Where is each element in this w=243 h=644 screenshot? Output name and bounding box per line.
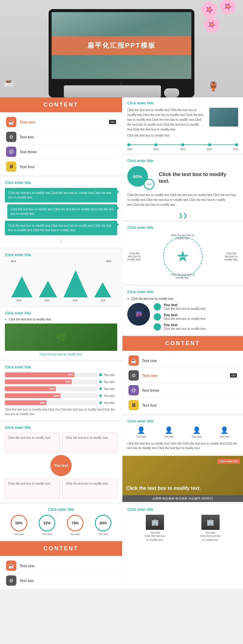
small-circle: text: [144, 179, 155, 190]
right-menu-item-2[interactable]: ⚙ Text two ON: [127, 368, 238, 383]
photo-section-title: Click enter title: [5, 311, 117, 315]
right-content-banner: CONTENT: [122, 336, 243, 351]
figure-item-1: 👤 You text: [136, 426, 146, 438]
circle-label-3: You text: [67, 533, 84, 536]
chat-bubble-2: Click the text box to modify text.Click …: [7, 204, 117, 219]
content-banner-bottom-text: CONTENT: [44, 545, 79, 551]
quad-cell-3: Click the text box to modify text.: [5, 479, 60, 498]
bottom-menu-item-2[interactable]: ⚙ Text two: [5, 573, 117, 588]
menu-item-1[interactable]: ☕ Text one ON: [5, 115, 117, 130]
quad-center: You text: [5, 455, 117, 476]
pct-circles: 60% text: [127, 166, 155, 190]
menu-item-3[interactable]: @ Text three: [5, 144, 117, 159]
hero-section: 🌸🌸🌸 ☕ 🏺 扁平化汇报PPT模板 : [0, 0, 243, 97]
bottom-menu-item-1[interactable]: ☕ Text one: [5, 558, 117, 573]
orange-photo-text: Click the text box to modify text.: [126, 485, 201, 492]
circle-label-4: You text: [95, 533, 111, 536]
right-img-1: [209, 108, 238, 127]
bars-caption: Click the text box to modify text.Click …: [5, 407, 117, 416]
quad-title: Click enter title: [5, 425, 117, 430]
chat-bubble-3: Click the text box to modify text.Click …: [5, 221, 117, 235]
connected-body-1: Click the text box to modify text.: [163, 307, 206, 310]
screen-title: 扁平化汇报PPT模板: [87, 42, 156, 49]
section-photo-left: Click enter title ● Click the text box t…: [0, 307, 122, 360]
connected-title-3: You text: [163, 323, 206, 327]
right-title-1: Click enter title: [127, 101, 238, 105]
right-section-4: Click enter title ● Click the text box t…: [122, 286, 243, 334]
menu-item-2[interactable]: ⚙ Text two: [5, 130, 117, 144]
bar-row-1: 75% You text: [5, 372, 117, 377]
star-label-left: Click thetext box tomodify text.: [127, 252, 141, 261]
menu-label-2: Text two: [19, 135, 116, 139]
building-item-1: 🏢 You text Click the text boxto modify t…: [145, 515, 166, 542]
figure-icons-row: 👤 You text 👤 You text 👤 You text 👤 You t…: [127, 426, 238, 438]
bar-row-5: 45% You text: [5, 400, 117, 405]
on-badge-1: ON: [109, 120, 116, 124]
left-column: CONTENT ☕ Text one ON ⚙ Text two @ Text …: [0, 97, 122, 589]
bottom-icon-1: ☕: [6, 561, 16, 571]
quad-grid: Click the text box to modify text. Click…: [5, 433, 117, 498]
figure-item-2: 👤 You text: [164, 426, 174, 438]
bottom-label-2: Text two: [19, 578, 34, 583]
right-content-text: CONTENT: [165, 340, 200, 346]
right-menu-item-3[interactable]: @ Text three: [127, 383, 238, 398]
bar-row-4: 60% You text: [5, 393, 117, 398]
vase-decoration: 🏺: [208, 81, 219, 91]
buildings-row: 🏢 You text Click the text boxto modify t…: [127, 515, 238, 542]
connected-item-1: You text Click the text box to modify te…: [154, 303, 238, 310]
chevron-down: ❯❯: [122, 211, 243, 220]
section-triangle: Click enter title text text text text te…: [0, 249, 122, 306]
menu-item-4[interactable]: 🖥 Text four: [5, 159, 117, 174]
right-body-2: Click the text box to modify text.Click …: [127, 193, 238, 207]
section-circles: Click enter title 50% You text 32% You t…: [0, 504, 122, 539]
menu-icon-4: 🖥: [6, 161, 16, 172]
right-section-6: Click enter title 👤 You text 👤 You text …: [122, 415, 243, 454]
circle-label-1: You text: [11, 533, 27, 536]
circle-4: 90%: [95, 515, 111, 531]
connected-body-2: Click the text box to modify text.: [163, 317, 206, 320]
modify-text: Click the text box to modify text.: [159, 171, 238, 185]
screen-title-bar: 扁平化汇报PPT模板: [52, 36, 191, 55]
quad-cell-2: Click the text box to modify text.: [62, 433, 117, 452]
right-section-3: Click enter title ★ Click the text box t…: [122, 222, 243, 284]
connected-title-1: You text: [163, 303, 206, 307]
circle-2: 32%: [39, 515, 55, 531]
bubble-arrow-3: [117, 223, 119, 226]
watermark: 众图网·精品素材·每日更新 作品编号:1654821: [122, 495, 243, 502]
bottom-label-1: Text one: [19, 564, 34, 568]
circle-stat-3: 78% You text: [67, 515, 84, 536]
right-menu-item-1[interactable]: ☕ Text one: [127, 353, 238, 368]
menu-label-1: Text one: [19, 120, 106, 124]
star-diagram: ★ Click the text box tomodify text. Clic…: [127, 232, 238, 281]
right-title-6: Click enter title: [127, 419, 238, 423]
right-menu-item-4[interactable]: 🖥 Text four: [127, 398, 238, 412]
star-label-top: Click the text box tomodify text.: [171, 234, 195, 240]
triangle-title: Click enter title: [5, 253, 117, 257]
circle-stat-1: 50% You text: [11, 515, 27, 536]
bubble-arrow-2: [117, 207, 119, 210]
circle-1: 50%: [11, 515, 27, 531]
keyboard: [64, 85, 161, 97]
bottom-icon-2: ⚙: [6, 575, 16, 586]
right-title-4: Click enter title: [127, 290, 238, 294]
star-label-right: Click thetext box tomodify text.: [224, 252, 238, 261]
circles-title: Click enter title: [5, 507, 117, 512]
triangle-chart: [5, 264, 117, 297]
you-text-circle: You text: [50, 455, 72, 476]
bottom-menu-left: ☕ Text one ⚙ Text two: [0, 556, 122, 589]
star-label-bottom: Click the text box tomodify text.: [171, 273, 195, 279]
menu-list-left: ☕ Text one ON ⚙ Text two @ Text three 🖥 …: [0, 112, 122, 175]
triangle-4: [94, 282, 111, 297]
keyboard-area: [64, 85, 179, 97]
chat-bubble-1: Click the text box to modify text.Click …: [5, 188, 117, 202]
right-section-8: Click enter title 🏢 You text Click the t…: [122, 504, 243, 545]
section-chat-title: Click enter title: [5, 181, 117, 185]
content-banner-left: CONTENT: [0, 97, 122, 112]
triangle-3: [63, 270, 88, 297]
cup-decoration: ☕: [3, 77, 15, 88]
circle-3: 78%: [67, 515, 84, 531]
right-title-3: Click enter title: [127, 225, 238, 230]
monitor: 扁平化汇报PPT模板 : [49, 9, 194, 97]
city-circle: 🌆: [127, 303, 150, 326]
bar-row-2: 72% You text: [5, 379, 117, 384]
